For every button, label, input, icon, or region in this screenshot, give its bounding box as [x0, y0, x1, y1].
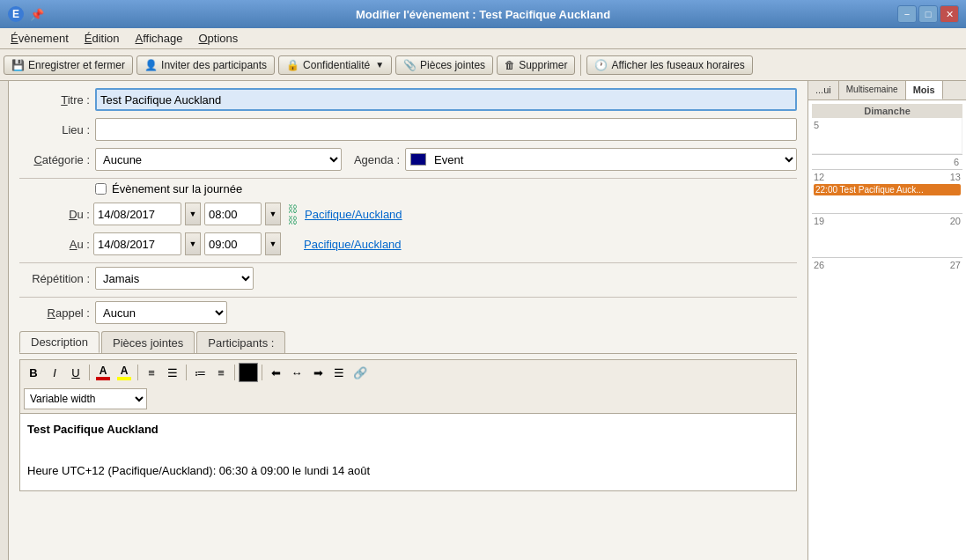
- save-close-button[interactable]: 💾 Enregistrer et fermer: [4, 55, 133, 75]
- rte-underline-button[interactable]: U: [66, 363, 85, 382]
- main-container: Titre : Lieu : Catégorie : Aucune Annive…: [0, 81, 966, 560]
- to-date-input[interactable]: [93, 232, 181, 255]
- from-time-input[interactable]: [204, 203, 262, 225]
- cal-row-4: 19 20: [812, 213, 962, 257]
- from-row: Du : ▼ ▼ ⛓ ⛓ Pacifique/Auckland: [19, 203, 797, 225]
- all-day-label: Évènement sur la journée: [112, 182, 242, 195]
- window-controls: − □ ✕: [897, 5, 959, 23]
- delete-button[interactable]: 🗑 Supprimer: [497, 55, 575, 75]
- attachments-button[interactable]: 📎 Pièces jointes: [395, 55, 493, 75]
- cal-day-20: 20: [950, 216, 961, 226]
- rte-font-select[interactable]: Variable width Fixed width Arial Times N…: [24, 388, 147, 409]
- cal-tab-mois[interactable]: Mois: [906, 81, 943, 99]
- menu-evenement[interactable]: Évènement: [4, 30, 76, 47]
- to-date-spin-button[interactable]: ▼: [185, 232, 201, 255]
- tab-description[interactable]: Description: [19, 331, 100, 353]
- chain-icon-2: ⛓: [288, 215, 298, 225]
- cal-row-2: 6: [812, 154, 962, 169]
- rte-content-line1: Test Pacifique Auckland: [27, 421, 789, 438]
- location-row: Lieu :: [19, 118, 797, 141]
- cal-day-26: 26: [814, 260, 824, 270]
- title-label: Titre :: [19, 93, 90, 107]
- cal-event-1: 22:00 Test Pacifique Auck...: [814, 184, 961, 195]
- bg-color-letter: A: [121, 365, 129, 376]
- repeat-select[interactable]: Jamais Quotidien Hebdomadaire Mensuel An…: [95, 267, 254, 290]
- rte-justify-button[interactable]: ☰: [329, 363, 349, 382]
- tab-participants[interactable]: Participants :: [196, 331, 285, 353]
- from-time-spin-button[interactable]: ▼: [265, 203, 281, 225]
- rte-color-block: [239, 363, 258, 382]
- divider-2: [19, 262, 797, 263]
- tab-pieces-jointes[interactable]: Pièces jointes: [101, 331, 195, 353]
- reminder-select[interactable]: Aucun 5 minutes 10 minutes 15 minutes 30…: [95, 301, 227, 324]
- category-label: Catégorie :: [19, 153, 90, 166]
- rte-toolbar: B I U A A ≡ ☰ ≔ ≡ ⬅ ↔ ➡ ☰: [19, 359, 797, 385]
- location-input[interactable]: [95, 118, 797, 141]
- rte-sep-4: [234, 365, 235, 380]
- invite-participants-button[interactable]: 👤 Inviter des participants: [136, 55, 275, 75]
- cal-day-13: 13: [950, 172, 961, 182]
- attachments-label: Pièces jointes: [420, 59, 485, 71]
- all-day-row: Évènement sur la journée: [95, 182, 797, 195]
- agenda-label: Agenda :: [347, 153, 400, 166]
- font-color-bar: [96, 377, 110, 380]
- from-date-input[interactable]: [93, 203, 181, 225]
- timezones-button[interactable]: 🕐 Afficher les fuseaux horaires: [586, 55, 752, 75]
- cal-row-3: 12 13 22:00 Test Pacifique Auck...: [812, 169, 962, 213]
- rte-align-left-button[interactable]: ≡: [142, 363, 161, 382]
- menu-edition[interactable]: Édition: [77, 30, 127, 47]
- font-color-letter: A: [100, 365, 107, 376]
- save-icon: 💾: [11, 59, 25, 71]
- rte-bg-color-button[interactable]: A: [114, 363, 134, 382]
- menu-affichage[interactable]: Affichage: [129, 30, 190, 47]
- cal-tab-multisemaine[interactable]: Multisemaine: [839, 81, 906, 99]
- minimize-button[interactable]: −: [897, 5, 917, 23]
- rte-ordered-list-button[interactable]: ≔: [190, 363, 210, 382]
- title-input[interactable]: [95, 88, 797, 111]
- chain-icon-1: ⛓: [288, 203, 298, 214]
- rte-align-center2-button[interactable]: ↔: [287, 363, 306, 382]
- close-button[interactable]: ✕: [940, 5, 959, 23]
- location-label: Lieu :: [19, 123, 90, 136]
- rte-italic-button[interactable]: I: [45, 363, 64, 382]
- from-timezone-link[interactable]: Pacifique/Auckland: [305, 208, 402, 221]
- rte-sep-5: [262, 365, 262, 380]
- maximize-button[interactable]: □: [918, 5, 938, 23]
- rte-content-line3: Heure UTC+12 (Pacifique/Auckland): 06:30…: [27, 462, 789, 480]
- rte-align-right-button[interactable]: ➡: [308, 363, 328, 382]
- rte-unordered-list-button[interactable]: ≡: [211, 363, 231, 382]
- rte-font-color-button[interactable]: A: [93, 363, 113, 382]
- cal-day-19: 19: [814, 216, 824, 226]
- tz-link-icons: ⛓ ⛓: [288, 203, 298, 225]
- category-select[interactable]: Aucune Anniversaire Business Congés Fête…: [95, 148, 342, 171]
- clock-icon: 🕐: [594, 59, 608, 71]
- rte-link-button[interactable]: 🔗: [350, 363, 370, 382]
- form-area: Titre : Lieu : Catégorie : Aucune Annive…: [9, 81, 807, 560]
- rte-bold-button[interactable]: B: [24, 363, 43, 382]
- rte-content-line2: [27, 442, 789, 460]
- from-date-spin-button[interactable]: ▼: [185, 203, 201, 225]
- rte-content-area[interactable]: Test Pacifique Auckland Heure UTC+12 (Pa…: [19, 413, 797, 491]
- pin-icon: 📌: [30, 8, 44, 21]
- to-time-spin-button[interactable]: ▼: [265, 232, 281, 255]
- rte-align-center-button[interactable]: ☰: [163, 363, 182, 382]
- cal-tab-ui[interactable]: ...ui: [808, 81, 839, 99]
- rte-align-left2-button[interactable]: ⬅: [266, 363, 285, 382]
- rte-sep-2: [137, 365, 138, 380]
- all-day-checkbox[interactable]: [95, 183, 107, 195]
- to-timezone-link[interactable]: Pacifique/Auckland: [304, 238, 402, 251]
- repeat-row: Répétition : Jamais Quotidien Hebdomadai…: [19, 267, 797, 290]
- confidentiality-button[interactable]: 🔒 Confidentialité ▼: [278, 55, 392, 75]
- to-time-input[interactable]: [204, 232, 262, 255]
- calendar-nav-tabs: ...ui Multisemaine Mois: [808, 81, 966, 100]
- title-row: Titre :: [19, 88, 797, 111]
- repeat-label: Répétition :: [19, 272, 90, 285]
- titlebar-left: E 📌: [7, 5, 44, 23]
- agenda-wrapper: Event: [405, 148, 797, 171]
- to-label: Au :: [19, 238, 90, 251]
- agenda-select[interactable]: Event: [405, 148, 797, 171]
- invite-icon: 👤: [144, 59, 158, 71]
- cal-day-6: 6: [954, 157, 959, 167]
- menu-options[interactable]: Options: [191, 30, 245, 47]
- rte-font-row: Variable width Fixed width Arial Times N…: [19, 385, 797, 413]
